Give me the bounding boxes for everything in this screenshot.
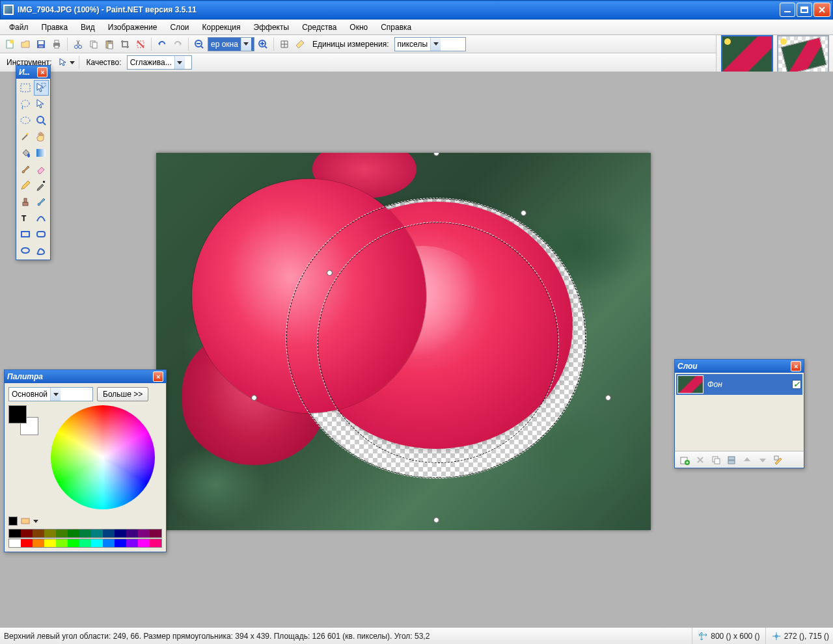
tool-gradient[interactable] — [34, 145, 49, 161]
foreground-color[interactable] — [8, 405, 27, 423]
zoom-combo[interactable]: ер окна — [208, 37, 254, 51]
thumbnail-1[interactable] — [721, 35, 773, 74]
swatch[interactable] — [91, 539, 103, 547]
menu-image[interactable]: Изображение — [102, 20, 164, 34]
tool-paint-bucket[interactable] — [18, 145, 33, 161]
tool-ellipse-select[interactable] — [18, 113, 33, 128]
tool-picker[interactable] — [57, 55, 75, 70]
close-icon[interactable]: × — [791, 361, 801, 371]
menu-layers[interactable]: Слои — [163, 20, 195, 34]
close-icon[interactable]: × — [37, 67, 48, 77]
tool-pencil[interactable] — [18, 178, 33, 193]
color-wheel[interactable] — [51, 405, 155, 509]
tool-freeform[interactable] — [34, 243, 49, 258]
tools-panel[interactable]: И...× T — [16, 65, 51, 260]
swatch[interactable] — [126, 539, 138, 547]
layer-up-button[interactable] — [740, 453, 754, 467]
deselect-button[interactable] — [133, 37, 148, 51]
close-icon[interactable]: × — [153, 371, 163, 382]
swatch-strip-2[interactable] — [8, 539, 162, 548]
new-button[interactable] — [3, 37, 17, 51]
menu-window[interactable]: Окно — [343, 20, 374, 34]
selection-handle[interactable] — [521, 210, 526, 216]
layers-panel[interactable]: Слои× Фон ✓ — [674, 359, 804, 468]
redo-button[interactable] — [171, 37, 185, 51]
layer-add-button[interactable] — [677, 453, 692, 467]
layer-visibility-checkbox[interactable]: ✓ — [792, 380, 801, 389]
tool-ellipse[interactable] — [18, 243, 33, 258]
tool-recolor[interactable] — [34, 194, 49, 209]
tool-clone[interactable] — [18, 194, 33, 209]
swatch[interactable] — [150, 539, 161, 547]
swatch[interactable] — [68, 539, 79, 547]
swatch-strip-1[interactable] — [8, 529, 162, 538]
paste-button[interactable] — [102, 37, 116, 51]
menu-effects[interactable]: Эффекты — [247, 20, 296, 34]
layer-duplicate-button[interactable] — [709, 453, 723, 467]
canvas[interactable] — [156, 153, 651, 530]
zoom-out-button[interactable] — [192, 37, 206, 51]
swatch[interactable] — [126, 530, 138, 537]
selection-handle[interactable] — [251, 395, 257, 401]
menu-help[interactable]: Справка — [374, 20, 418, 34]
layer-delete-button[interactable] — [693, 453, 707, 467]
swatch[interactable] — [68, 530, 79, 537]
swatch[interactable] — [21, 530, 33, 537]
tool-pan[interactable] — [34, 129, 49, 144]
swatch[interactable] — [91, 530, 103, 537]
swatch[interactable] — [138, 530, 150, 537]
swatch[interactable] — [150, 530, 161, 537]
menu-tools[interactable]: Средства — [295, 20, 343, 34]
tool-magic-wand[interactable] — [18, 129, 33, 144]
tool-color-picker[interactable] — [34, 178, 49, 193]
window-minimize-button[interactable] — [780, 3, 795, 17]
tool-text[interactable]: T — [18, 210, 33, 226]
palette-panel-header[interactable]: Палитра× — [5, 370, 166, 383]
tool-brush[interactable] — [18, 161, 33, 177]
swatch[interactable] — [56, 539, 68, 547]
swatch[interactable] — [115, 530, 126, 537]
quality-combo[interactable]: Сглажива... — [127, 55, 192, 70]
swatch[interactable] — [33, 530, 44, 537]
swatch[interactable] — [33, 539, 44, 547]
window-maximize-button[interactable] — [797, 3, 812, 17]
selection-handle[interactable] — [605, 395, 611, 401]
chevron-down-icon[interactable] — [33, 520, 38, 523]
selection-handle[interactable] — [327, 270, 333, 276]
palette-panel[interactable]: Палитра× Основной Больше >> — [4, 369, 167, 552]
swatch[interactable] — [103, 530, 115, 537]
rulers-button[interactable] — [293, 37, 307, 51]
more-button[interactable]: Больше >> — [97, 387, 148, 401]
menu-adjust[interactable]: Коррекция — [196, 20, 247, 34]
swatch[interactable] — [21, 539, 33, 547]
selection-handle[interactable] — [433, 517, 439, 523]
layers-panel-header[interactable]: Слои× — [675, 360, 804, 373]
tools-panel-header[interactable]: И...× — [16, 66, 50, 79]
print-button[interactable] — [49, 37, 64, 51]
swatch[interactable] — [9, 539, 21, 547]
fg-bg-swatch[interactable] — [8, 405, 38, 435]
palette-menu-icon[interactable] — [20, 516, 31, 526]
tool-rect-select[interactable] — [18, 80, 33, 96]
undo-button[interactable] — [155, 37, 169, 51]
swatch[interactable] — [44, 539, 56, 547]
tool-eraser[interactable] — [34, 161, 49, 177]
menu-edit[interactable]: Правка — [35, 20, 75, 34]
add-swatch-button[interactable] — [8, 517, 18, 526]
layer-down-button[interactable] — [756, 453, 770, 467]
swatch[interactable] — [79, 539, 91, 547]
menu-view[interactable]: Вид — [74, 20, 102, 34]
tool-line[interactable] — [34, 210, 49, 226]
menu-file[interactable]: Файл — [3, 20, 35, 34]
tool-move[interactable] — [34, 96, 49, 112]
grid-button[interactable] — [277, 37, 292, 51]
layer-properties-button[interactable] — [771, 453, 785, 467]
open-button[interactable] — [18, 37, 33, 51]
save-button[interactable] — [34, 37, 48, 51]
units-combo[interactable]: пикселы — [394, 37, 466, 51]
swatch[interactable] — [115, 539, 126, 547]
color-mode-combo[interactable]: Основной — [8, 387, 93, 401]
zoom-in-button[interactable] — [256, 37, 270, 51]
swatch[interactable] — [56, 530, 68, 537]
thumbnail-2[interactable] — [777, 35, 829, 74]
